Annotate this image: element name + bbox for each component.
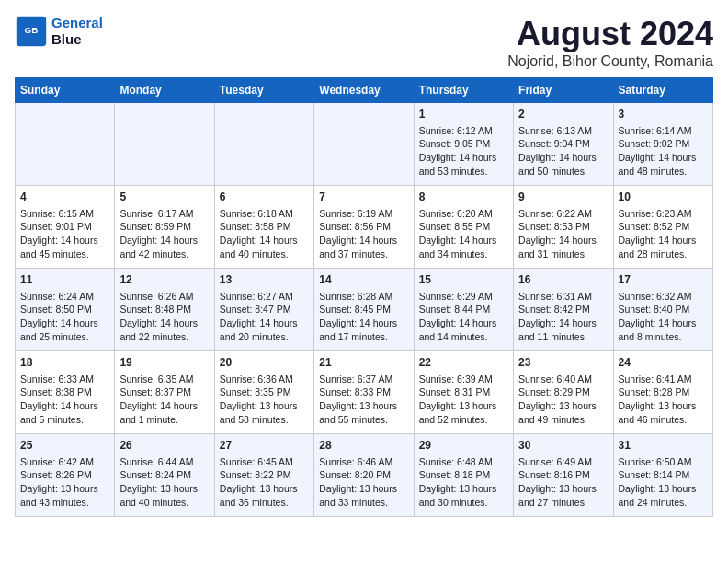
day-info: Sunrise: 6:22 AM Sunset: 8:53 PM Dayligh… [518,207,608,261]
logo: GB General Blue [15,15,103,48]
calendar-cell-w1d3: 7Sunrise: 6:19 AM Sunset: 8:56 PM Daylig… [314,186,414,269]
day-info: Sunrise: 6:19 AM Sunset: 8:56 PM Dayligh… [319,207,408,261]
day-info: Sunrise: 6:41 AM Sunset: 8:28 PM Dayligh… [619,373,708,427]
day-number: 2 [518,107,608,122]
day-info: Sunrise: 6:14 AM Sunset: 9:02 PM Dayligh… [619,124,708,178]
day-number: 1 [419,107,508,122]
calendar-cell-w2d3: 14Sunrise: 6:28 AM Sunset: 8:45 PM Dayli… [314,269,414,351]
day-number: 18 [20,355,109,371]
day-number: 14 [319,272,408,288]
calendar-cell-w0d5: 2Sunrise: 6:13 AM Sunset: 9:04 PM Daylig… [514,103,613,186]
calendar-cell-w4d6: 31Sunrise: 6:50 AM Sunset: 8:14 PM Dayli… [613,434,712,517]
day-info: Sunrise: 6:45 AM Sunset: 8:22 PM Dayligh… [220,455,309,510]
weekday-header-friday: Friday [514,78,613,103]
day-number: 12 [119,272,209,288]
day-number: 27 [220,438,309,454]
calendar-cell-w4d5: 30Sunrise: 6:49 AM Sunset: 8:16 PM Dayli… [514,434,613,517]
svg-text:GB: GB [25,25,39,35]
day-number: 16 [518,272,608,288]
weekday-header-tuesday: Tuesday [214,78,313,103]
calendar-cell-w1d6: 10Sunrise: 6:23 AM Sunset: 8:52 PM Dayli… [613,186,712,269]
calendar-cell-w2d2: 13Sunrise: 6:27 AM Sunset: 8:47 PM Dayli… [214,269,313,351]
day-number: 31 [619,438,708,454]
day-number: 29 [419,438,508,454]
calendar-cell-w1d1: 5Sunrise: 6:17 AM Sunset: 8:59 PM Daylig… [115,186,214,269]
calendar-cell-w2d4: 15Sunrise: 6:29 AM Sunset: 8:44 PM Dayli… [414,269,513,351]
day-number: 28 [319,438,408,454]
logo-icon: GB [15,15,48,48]
calendar-cell-w3d0: 18Sunrise: 6:33 AM Sunset: 8:38 PM Dayli… [16,351,115,434]
calendar-cell-w0d3 [314,103,414,186]
day-number: 7 [319,190,408,205]
day-info: Sunrise: 6:17 AM Sunset: 8:59 PM Dayligh… [119,207,209,261]
day-info: Sunrise: 6:28 AM Sunset: 8:45 PM Dayligh… [319,290,408,344]
calendar-cell-w4d1: 26Sunrise: 6:44 AM Sunset: 8:24 PM Dayli… [115,434,214,517]
day-number: 8 [419,190,508,205]
calendar-cell-w0d0 [16,103,115,186]
day-info: Sunrise: 6:32 AM Sunset: 8:40 PM Dayligh… [619,290,708,344]
day-number: 22 [419,355,508,371]
day-info: Sunrise: 6:48 AM Sunset: 8:18 PM Dayligh… [419,455,508,510]
weekday-header-thursday: Thursday [414,78,513,103]
day-number: 26 [119,438,209,454]
day-number: 21 [319,355,408,371]
day-info: Sunrise: 6:18 AM Sunset: 8:58 PM Dayligh… [220,207,309,261]
day-info: Sunrise: 6:44 AM Sunset: 8:24 PM Dayligh… [119,455,209,510]
day-number: 9 [518,190,608,205]
day-number: 19 [119,355,209,371]
day-number: 6 [220,190,309,205]
calendar-table: SundayMondayTuesdayWednesdayThursdayFrid… [15,77,713,517]
day-info: Sunrise: 6:35 AM Sunset: 8:37 PM Dayligh… [119,373,209,427]
calendar-cell-w4d2: 27Sunrise: 6:45 AM Sunset: 8:22 PM Dayli… [214,434,313,517]
day-info: Sunrise: 6:26 AM Sunset: 8:48 PM Dayligh… [119,290,209,344]
day-number: 5 [119,190,209,205]
day-number: 3 [619,107,708,122]
day-info: Sunrise: 6:42 AM Sunset: 8:26 PM Dayligh… [20,455,109,510]
day-info: Sunrise: 6:12 AM Sunset: 9:05 PM Dayligh… [419,124,508,178]
main-title: August 2024 [507,15,713,53]
day-number: 10 [619,190,708,205]
day-number: 11 [20,272,109,288]
day-info: Sunrise: 6:33 AM Sunset: 8:38 PM Dayligh… [20,373,109,427]
day-info: Sunrise: 6:24 AM Sunset: 8:50 PM Dayligh… [20,290,109,344]
day-info: Sunrise: 6:20 AM Sunset: 8:55 PM Dayligh… [419,207,508,261]
calendar-cell-w2d1: 12Sunrise: 6:26 AM Sunset: 8:48 PM Dayli… [115,269,214,351]
weekday-header-saturday: Saturday [613,78,712,103]
calendar-cell-w3d5: 23Sunrise: 6:40 AM Sunset: 8:29 PM Dayli… [514,351,613,434]
day-info: Sunrise: 6:49 AM Sunset: 8:16 PM Dayligh… [518,455,608,510]
day-number: 4 [20,190,109,205]
calendar-cell-w3d2: 20Sunrise: 6:36 AM Sunset: 8:35 PM Dayli… [214,351,313,434]
day-number: 24 [619,355,708,371]
calendar-cell-w1d0: 4Sunrise: 6:15 AM Sunset: 9:01 PM Daylig… [16,186,115,269]
calendar-cell-w2d0: 11Sunrise: 6:24 AM Sunset: 8:50 PM Dayli… [16,269,115,351]
page-header: GB General Blue August 2024 Nojorid, Bih… [15,15,713,70]
day-info: Sunrise: 6:37 AM Sunset: 8:33 PM Dayligh… [319,373,408,427]
day-info: Sunrise: 6:31 AM Sunset: 8:42 PM Dayligh… [518,290,608,344]
weekday-header-wednesday: Wednesday [314,78,414,103]
day-number: 17 [619,272,708,288]
title-block: August 2024 Nojorid, Bihor County, Roman… [507,15,713,70]
calendar-cell-w0d6: 3Sunrise: 6:14 AM Sunset: 9:02 PM Daylig… [613,103,712,186]
calendar-cell-w3d4: 22Sunrise: 6:39 AM Sunset: 8:31 PM Dayli… [414,351,513,434]
calendar-cell-w0d2 [214,103,313,186]
weekday-header-monday: Monday [115,78,214,103]
subtitle: Nojorid, Bihor County, Romania [507,53,713,70]
calendar-cell-w4d0: 25Sunrise: 6:42 AM Sunset: 8:26 PM Dayli… [16,434,115,517]
day-info: Sunrise: 6:46 AM Sunset: 8:20 PM Dayligh… [319,455,408,510]
calendar-cell-w1d5: 9Sunrise: 6:22 AM Sunset: 8:53 PM Daylig… [514,186,613,269]
calendar-cell-w4d4: 29Sunrise: 6:48 AM Sunset: 8:18 PM Dayli… [414,434,513,517]
calendar-cell-w3d6: 24Sunrise: 6:41 AM Sunset: 8:28 PM Dayli… [613,351,712,434]
calendar-cell-w3d3: 21Sunrise: 6:37 AM Sunset: 8:33 PM Dayli… [314,351,414,434]
day-info: Sunrise: 6:15 AM Sunset: 9:01 PM Dayligh… [20,207,109,261]
day-info: Sunrise: 6:13 AM Sunset: 9:04 PM Dayligh… [518,124,608,178]
calendar-cell-w2d6: 17Sunrise: 6:32 AM Sunset: 8:40 PM Dayli… [613,269,712,351]
day-info: Sunrise: 6:29 AM Sunset: 8:44 PM Dayligh… [419,290,508,344]
day-number: 20 [220,355,309,371]
day-number: 23 [518,355,608,371]
day-info: Sunrise: 6:40 AM Sunset: 8:29 PM Dayligh… [518,373,608,427]
day-number: 15 [419,272,508,288]
calendar-cell-w2d5: 16Sunrise: 6:31 AM Sunset: 8:42 PM Dayli… [514,269,613,351]
logo-text: General Blue [51,15,103,48]
day-info: Sunrise: 6:39 AM Sunset: 8:31 PM Dayligh… [419,373,508,427]
calendar-cell-w1d2: 6Sunrise: 6:18 AM Sunset: 8:58 PM Daylig… [214,186,313,269]
